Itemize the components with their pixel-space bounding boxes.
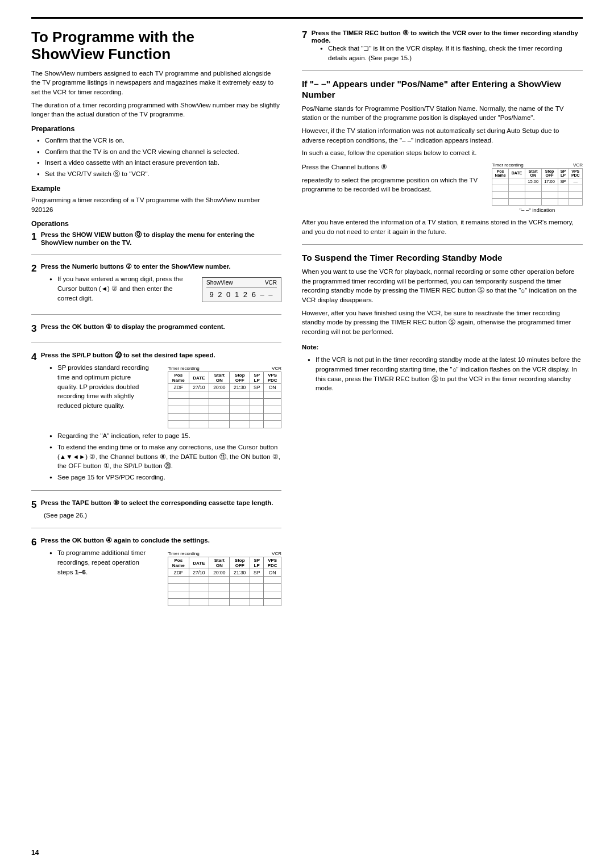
table-row <box>492 185 583 191</box>
table-row <box>168 406 281 414</box>
list-item: Check that "⊐" is lit on the VCR display… <box>322 44 583 62</box>
list-item: Insert a video cassette with an intact e… <box>39 158 281 168</box>
step-number: 4 <box>31 352 36 363</box>
screen-value: 9 2 0 1 2 6 – – <box>206 289 277 300</box>
section2-instruction2: repeatedly to select the programme posit… <box>302 176 485 194</box>
step-body: Check that "⊐" is lit on the VCR display… <box>314 44 583 62</box>
list-item: Set the VCR/TV switch Ⓢ to "VCR". <box>39 169 281 179</box>
step-text: Press the Numeric buttons ② to enter the… <box>41 262 279 270</box>
timer-recording-table: PosName DATE StartON StopOFF SPLP VPSPDC… <box>168 372 281 428</box>
table-row <box>168 584 281 591</box>
two-column-layout: To Programme with the ShowView Function … <box>31 29 583 615</box>
section2-para2: However, if the TV station information w… <box>302 126 583 145</box>
step-text: Press the OK button ④ again to conclude … <box>41 536 279 544</box>
section3-title: To Suspend the Timer Recording Standby M… <box>302 253 583 264</box>
step-body: To programme additional timer recordings… <box>44 548 281 609</box>
section2-para3: In such a case, follow the operation ste… <box>302 148 583 158</box>
section2-after: After you have entered the information o… <box>302 218 583 236</box>
intro-para1: The ShowView numbers assigned to each TV… <box>31 69 281 97</box>
section2-title: If "– –" Appears under "Pos/Name" after … <box>302 79 583 100</box>
on-screen-display: ShowView VCR 9 2 0 1 2 6 – – <box>202 277 281 302</box>
divider <box>302 244 583 245</box>
section2-content: Press the Channel buttons ⑧ repeatedly t… <box>302 162 583 213</box>
step-body: SP provides standard recording time and … <box>44 363 281 482</box>
list-item: Regarding the "A" indication, refer to p… <box>52 431 281 441</box>
table-row <box>492 191 583 198</box>
timer-table-step4: Timer recording VCR PosName DATE StartON… <box>168 366 281 428</box>
list-item: To programme additional timer recordings… <box>52 548 152 577</box>
step-6: 6 Press the OK button ④ again to conclud… <box>31 536 281 609</box>
list-item: See page 15 for VPS/PDC recording. <box>52 473 281 482</box>
table-row: ZDF 27/10 20:00 21:30 SP ON <box>168 384 281 391</box>
example-text: Programming a timer recording of a TV pr… <box>31 195 281 214</box>
step5-note: (See page 26.) <box>44 511 281 520</box>
table-row <box>168 577 281 584</box>
table-row <box>168 599 281 606</box>
table-row: 15:00 17:00 SP — <box>492 178 583 185</box>
section2-timer-table: PosName DATE StartON StopOFF SPLP VPSPDC… <box>492 168 583 206</box>
list-item: Confirm that the TV is on and the VCR vi… <box>39 147 281 157</box>
divider <box>31 490 281 491</box>
top-rule <box>31 17 583 19</box>
step-5: 5 Press the TAPE button ⑧ to select the … <box>31 499 281 520</box>
list-item: SP provides standard recording time and … <box>52 363 152 410</box>
note-heading: Note: <box>302 344 318 350</box>
step-3: 3 Press the OK button ⑤ to display the p… <box>31 323 281 335</box>
divider <box>31 528 281 528</box>
list-item: To extend the ending time or to make any… <box>52 443 281 471</box>
step-7: 7 Press the TIMER REC button ⑧ to switch… <box>302 29 583 62</box>
step-text: Press the OK button ⑤ to display the pro… <box>41 323 279 331</box>
table-row <box>168 421 281 428</box>
step-number: 2 <box>31 263 36 274</box>
step-text: Press the SHOW VIEW button Ⓠ to display … <box>41 231 279 246</box>
step-bullets: If you have entered a wrong digit, press… <box>44 274 184 306</box>
section2-timer-table-wrap: Timer recording VCR PosName DATE StartON… <box>492 162 583 213</box>
step-text: Press the TIMER REC button ⑧ to switch t… <box>312 29 580 44</box>
step-1: 1 Press the SHOW VIEW button Ⓠ to displa… <box>31 231 281 246</box>
timer-table-step6: Timer recording VCR PosName DATE StartON… <box>168 551 281 606</box>
example-heading: Example <box>31 185 281 193</box>
step-number: 7 <box>302 30 307 41</box>
intro-para2: The duration of a timer recording progra… <box>31 101 281 119</box>
table-header-row: PosName DATE StartON StopOFF SPLP VPSPDC <box>492 168 583 178</box>
table-row: ZDF 27/10 20:00 21:30 SP ON <box>168 569 281 577</box>
list-item: Confirm that the VCR is on. <box>39 136 281 145</box>
table-row <box>168 399 281 406</box>
timer-recording-table: PosName DATE StartON StopOFF SPLP VPSPDC… <box>168 557 281 606</box>
table-row <box>168 414 281 421</box>
indication-label: "– –" indication <box>492 207 583 213</box>
page-number: 14 <box>31 849 39 857</box>
divider <box>31 254 281 254</box>
divider <box>302 70 583 71</box>
right-column: 7 Press the TIMER REC button ⑧ to switch… <box>302 29 583 615</box>
section3-para2: However, after you have finished using t… <box>302 308 583 337</box>
operations-heading: Operations <box>31 220 281 228</box>
table-row <box>168 591 281 599</box>
table-header-row: PosName DATE StartON StopOFF SPLP VPSPDC <box>168 557 281 569</box>
note-box: Note: If the VCR is not put in the timer… <box>302 343 583 393</box>
step-text: Press the TAPE button ⑧ to select the co… <box>41 499 279 507</box>
step-body: (See page 26.) <box>44 511 281 520</box>
preparations-list: Confirm that the VCR is on. Confirm that… <box>39 136 281 179</box>
section2-para1: Pos/Name stands for Programme Position/T… <box>302 104 583 123</box>
step-body: If you have entered a wrong digit, press… <box>44 274 281 306</box>
note-text: If the VCR is not put in the timer recor… <box>310 355 583 393</box>
section3-para1: When you want to use the VCR for playbac… <box>302 267 583 305</box>
step-text: Press the SP/LP button ⑳ to set the desi… <box>41 351 279 360</box>
table-header-row: PosName DATE StartON StopOFF SPLP VPSPDC <box>168 372 281 384</box>
step-4: 4 Press the SP/LP button ⑳ to set the de… <box>31 351 281 482</box>
section2-instruction: Press the Channel buttons ⑧ <box>302 162 485 172</box>
table-row <box>168 391 281 399</box>
list-item: If you have entered a wrong digit, press… <box>52 274 184 303</box>
step-number: 5 <box>31 499 36 511</box>
screen-title: ShowView <box>206 279 233 286</box>
divider <box>31 343 281 343</box>
step-2: 2 Press the Numeric buttons ② to enter t… <box>31 262 281 306</box>
screen-vcr-label: VCR <box>265 279 277 286</box>
divider <box>31 314 281 315</box>
page: To Programme with the ShowView Function … <box>0 0 614 868</box>
step-number: 6 <box>31 537 36 548</box>
step-number: 3 <box>31 323 36 335</box>
main-title: To Programme with the ShowView Function <box>31 29 281 63</box>
left-column: To Programme with the ShowView Function … <box>31 29 281 615</box>
